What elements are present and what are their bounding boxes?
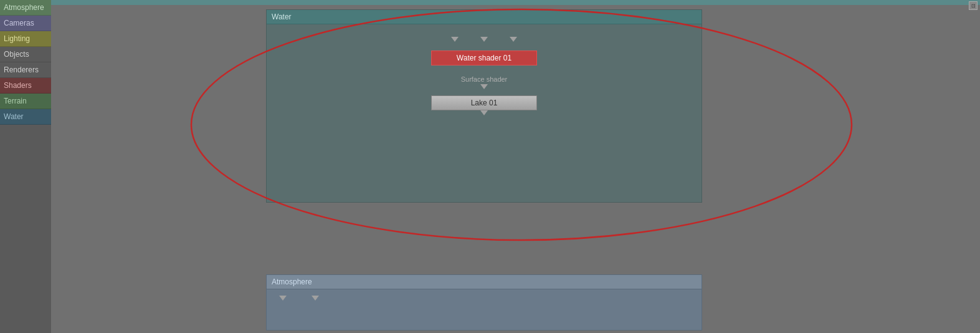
atmosphere-connector-2 [312,296,319,301]
top-bar [51,0,980,5]
connector-down-surface [480,84,488,89]
atmosphere-panel-content [267,289,702,307]
water-shader-label: Water shader 01 [457,54,511,62]
atmosphere-panel-header: Atmosphere [267,275,702,289]
lake-node-label: Lake 01 [471,99,498,107]
sidebar-item-label: Cameras [4,19,34,27]
atmosphere-panel-title: Atmosphere [272,278,312,286]
connector-down-lake [480,110,488,115]
atmosphere-connector-1 [279,296,287,301]
water-panel-title: Water [272,12,292,21]
lake-node-group: Lake 01 [431,95,537,115]
sidebar-item-label: Atmosphere [4,3,44,12]
sidebar-item-label: Terrain [4,97,27,105]
sidebar-item-shaders[interactable]: Shaders [0,78,51,94]
connector-down-3 [510,37,517,42]
sidebar-item-water[interactable]: Water [0,109,51,125]
top-connectors [451,37,517,42]
sidebar-item-label: Water [4,112,24,121]
sidebar-item-label: Shaders [4,81,32,90]
surface-shader-group: Surface shader [461,72,508,89]
connector-down-2 [480,37,488,42]
water-shader-node[interactable]: Water shader 01 [431,51,537,65]
sidebar-item-label: Renderers [4,65,39,74]
sidebar-item-lighting[interactable]: Lighting [0,31,51,47]
sidebar-item-label: Objects [4,50,29,59]
resize-handle[interactable]: ⊡ [969,1,978,10]
sidebar-item-terrain[interactable]: Terrain [0,94,51,109]
water-panel-content: Water shader 01 Surface shader Lake 01 [267,24,702,128]
connector-down-1 [451,37,459,42]
main-area: ⊡ Water Water shader 01 Surface shader [51,0,980,333]
sidebar-item-renderers[interactable]: Renderers [0,62,51,78]
atmosphere-panel: Atmosphere [266,274,702,331]
sidebar: Atmosphere Cameras Lighting Objects Rend… [0,0,51,333]
sidebar-item-label: Lighting [4,34,30,43]
sidebar-item-objects[interactable]: Objects [0,47,51,62]
water-panel-header: Water [267,10,702,24]
sidebar-item-cameras[interactable]: Cameras [0,16,51,31]
water-panel: Water Water shader 01 Surface shader La [266,9,702,203]
lake-node[interactable]: Lake 01 [431,95,537,110]
surface-shader-label: Surface shader [461,75,508,83]
sidebar-item-atmosphere[interactable]: Atmosphere [0,0,51,16]
